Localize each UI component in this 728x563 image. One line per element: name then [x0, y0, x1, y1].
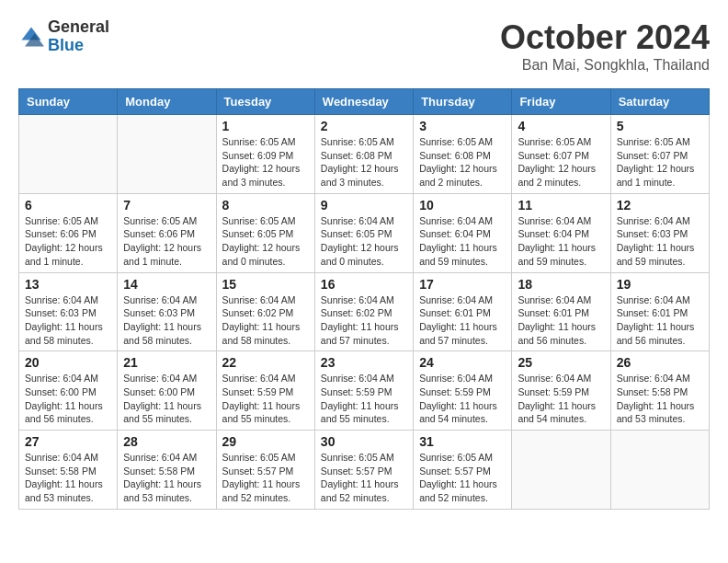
day-info: Sunrise: 6:05 AM Sunset: 5:57 PM Dayligh…	[321, 451, 407, 505]
day-number: 12	[617, 198, 703, 213]
calendar-cell	[118, 115, 216, 194]
day-info: Sunrise: 6:05 AM Sunset: 6:06 PM Dayligh…	[123, 214, 210, 269]
calendar-cell: 15Sunrise: 6:04 AM Sunset: 6:02 PM Dayli…	[216, 272, 314, 351]
day-info: Sunrise: 6:04 AM Sunset: 6:02 PM Dayligh…	[222, 293, 309, 348]
calendar-cell: 6Sunrise: 6:05 AM Sunset: 6:06 PM Daylig…	[19, 193, 118, 272]
day-number: 30	[321, 434, 407, 449]
day-info: Sunrise: 6:04 AM Sunset: 6:05 PM Dayligh…	[321, 214, 407, 269]
calendar-cell: 17Sunrise: 6:04 AM Sunset: 6:01 PM Dayli…	[414, 272, 512, 351]
day-number: 1	[222, 119, 309, 133]
day-info: Sunrise: 6:04 AM Sunset: 6:03 PM Dayligh…	[617, 214, 703, 269]
calendar-cell: 13Sunrise: 6:04 AM Sunset: 6:03 PM Dayli…	[19, 272, 118, 351]
day-info: Sunrise: 6:04 AM Sunset: 5:59 PM Dayligh…	[419, 372, 506, 426]
calendar-cell: 24Sunrise: 6:04 AM Sunset: 5:59 PM Dayli…	[414, 351, 512, 431]
day-info: Sunrise: 6:04 AM Sunset: 5:58 PM Dayligh…	[123, 451, 210, 505]
title-block: October 2024 Ban Mai, Songkhla, Thailand	[500, 18, 710, 74]
month-title: October 2024	[500, 18, 710, 57]
day-info: Sunrise: 6:05 AM Sunset: 5:57 PM Dayligh…	[222, 451, 309, 505]
day-info: Sunrise: 6:05 AM Sunset: 6:08 PM Dayligh…	[321, 135, 407, 190]
calendar-cell: 9Sunrise: 6:04 AM Sunset: 6:05 PM Daylig…	[314, 193, 413, 272]
calendar-cell: 3Sunrise: 6:05 AM Sunset: 6:08 PM Daylig…	[414, 115, 512, 194]
day-number: 20	[25, 355, 111, 370]
calendar-cell: 31Sunrise: 6:05 AM Sunset: 5:57 PM Dayli…	[414, 431, 512, 510]
calendar-cell: 18Sunrise: 6:04 AM Sunset: 6:01 PM Dayli…	[512, 272, 610, 351]
day-number: 6	[25, 198, 111, 213]
day-number: 14	[123, 277, 210, 292]
day-number: 28	[123, 434, 210, 449]
weekday-header-thursday: Thursday	[414, 89, 512, 115]
day-number: 15	[222, 277, 309, 292]
day-number: 2	[321, 119, 407, 133]
calendar-cell: 23Sunrise: 6:04 AM Sunset: 5:59 PM Dayli…	[314, 351, 413, 431]
day-info: Sunrise: 6:05 AM Sunset: 6:08 PM Dayligh…	[419, 135, 506, 190]
calendar-week-2: 6Sunrise: 6:05 AM Sunset: 6:06 PM Daylig…	[19, 193, 710, 272]
day-info: Sunrise: 6:04 AM Sunset: 6:01 PM Dayligh…	[518, 293, 604, 348]
calendar-week-3: 13Sunrise: 6:04 AM Sunset: 6:03 PM Dayli…	[19, 272, 710, 351]
day-info: Sunrise: 6:05 AM Sunset: 6:05 PM Dayligh…	[222, 214, 309, 269]
day-number: 7	[123, 198, 210, 213]
calendar-cell: 26Sunrise: 6:04 AM Sunset: 5:58 PM Dayli…	[610, 351, 709, 431]
calendar-cell: 27Sunrise: 6:04 AM Sunset: 5:58 PM Dayli…	[19, 431, 118, 510]
calendar-cell	[610, 431, 709, 510]
calendar-cell: 8Sunrise: 6:05 AM Sunset: 6:05 PM Daylig…	[216, 193, 314, 272]
calendar-cell: 4Sunrise: 6:05 AM Sunset: 6:07 PM Daylig…	[512, 115, 610, 194]
day-info: Sunrise: 6:04 AM Sunset: 5:58 PM Dayligh…	[25, 451, 111, 505]
day-info: Sunrise: 6:04 AM Sunset: 6:03 PM Dayligh…	[123, 293, 210, 348]
day-info: Sunrise: 6:05 AM Sunset: 6:09 PM Dayligh…	[222, 135, 309, 190]
logo-blue-text: Blue	[48, 37, 109, 55]
calendar-cell: 7Sunrise: 6:05 AM Sunset: 6:06 PM Daylig…	[118, 193, 216, 272]
day-info: Sunrise: 6:04 AM Sunset: 6:00 PM Dayligh…	[25, 372, 111, 426]
weekday-header-tuesday: Tuesday	[216, 89, 314, 115]
logo-icon	[18, 24, 44, 50]
calendar-cell: 16Sunrise: 6:04 AM Sunset: 6:02 PM Dayli…	[314, 272, 413, 351]
day-info: Sunrise: 6:04 AM Sunset: 6:03 PM Dayligh…	[25, 293, 111, 348]
page-header: General Blue October 2024 Ban Mai, Songk…	[18, 18, 710, 74]
calendar-cell: 10Sunrise: 6:04 AM Sunset: 6:04 PM Dayli…	[414, 193, 512, 272]
calendar-cell: 21Sunrise: 6:04 AM Sunset: 6:00 PM Dayli…	[118, 351, 216, 431]
calendar-table: SundayMondayTuesdayWednesdayThursdayFrid…	[18, 88, 710, 510]
weekday-header-saturday: Saturday	[610, 89, 709, 115]
weekday-header-monday: Monday	[118, 89, 216, 115]
calendar-cell: 12Sunrise: 6:04 AM Sunset: 6:03 PM Dayli…	[610, 193, 709, 272]
calendar-cell: 28Sunrise: 6:04 AM Sunset: 5:58 PM Dayli…	[118, 431, 216, 510]
calendar-cell: 11Sunrise: 6:04 AM Sunset: 6:04 PM Dayli…	[512, 193, 610, 272]
day-number: 31	[419, 434, 506, 449]
location: Ban Mai, Songkhla, Thailand	[500, 57, 710, 74]
day-info: Sunrise: 6:04 AM Sunset: 5:59 PM Dayligh…	[518, 372, 604, 426]
day-info: Sunrise: 6:04 AM Sunset: 5:59 PM Dayligh…	[222, 372, 309, 426]
day-number: 11	[518, 198, 604, 213]
weekday-header-friday: Friday	[512, 89, 610, 115]
day-info: Sunrise: 6:04 AM Sunset: 6:02 PM Dayligh…	[321, 293, 407, 348]
day-number: 22	[222, 355, 309, 370]
day-info: Sunrise: 6:05 AM Sunset: 5:57 PM Dayligh…	[419, 451, 506, 505]
calendar-cell: 1Sunrise: 6:05 AM Sunset: 6:09 PM Daylig…	[216, 115, 314, 194]
day-number: 4	[518, 119, 604, 133]
weekday-header-sunday: Sunday	[19, 89, 118, 115]
day-number: 16	[321, 277, 407, 292]
day-number: 21	[123, 355, 210, 370]
day-info: Sunrise: 6:04 AM Sunset: 6:01 PM Dayligh…	[419, 293, 506, 348]
day-info: Sunrise: 6:05 AM Sunset: 6:06 PM Dayligh…	[25, 214, 111, 269]
day-number: 29	[222, 434, 309, 449]
day-number: 9	[321, 198, 407, 213]
weekday-header-row: SundayMondayTuesdayWednesdayThursdayFrid…	[19, 89, 710, 115]
calendar-cell: 20Sunrise: 6:04 AM Sunset: 6:00 PM Dayli…	[19, 351, 118, 431]
calendar-cell: 30Sunrise: 6:05 AM Sunset: 5:57 PM Dayli…	[314, 431, 413, 510]
day-number: 5	[617, 119, 703, 133]
calendar-cell: 22Sunrise: 6:04 AM Sunset: 5:59 PM Dayli…	[216, 351, 314, 431]
day-info: Sunrise: 6:05 AM Sunset: 6:07 PM Dayligh…	[518, 135, 604, 190]
day-number: 26	[617, 355, 703, 370]
calendar-week-1: 1Sunrise: 6:05 AM Sunset: 6:09 PM Daylig…	[19, 115, 710, 194]
day-info: Sunrise: 6:04 AM Sunset: 6:04 PM Dayligh…	[518, 214, 604, 269]
day-info: Sunrise: 6:04 AM Sunset: 5:58 PM Dayligh…	[617, 372, 703, 426]
calendar-cell	[19, 115, 118, 194]
day-number: 13	[25, 277, 111, 292]
calendar-cell: 14Sunrise: 6:04 AM Sunset: 6:03 PM Dayli…	[118, 272, 216, 351]
day-info: Sunrise: 6:05 AM Sunset: 6:07 PM Dayligh…	[617, 135, 703, 190]
calendar-cell: 19Sunrise: 6:04 AM Sunset: 6:01 PM Dayli…	[610, 272, 709, 351]
day-number: 8	[222, 198, 309, 213]
day-number: 25	[518, 355, 604, 370]
calendar-week-4: 20Sunrise: 6:04 AM Sunset: 6:00 PM Dayli…	[19, 351, 710, 431]
day-info: Sunrise: 6:04 AM Sunset: 6:04 PM Dayligh…	[419, 214, 506, 269]
calendar-week-5: 27Sunrise: 6:04 AM Sunset: 5:58 PM Dayli…	[19, 431, 710, 510]
